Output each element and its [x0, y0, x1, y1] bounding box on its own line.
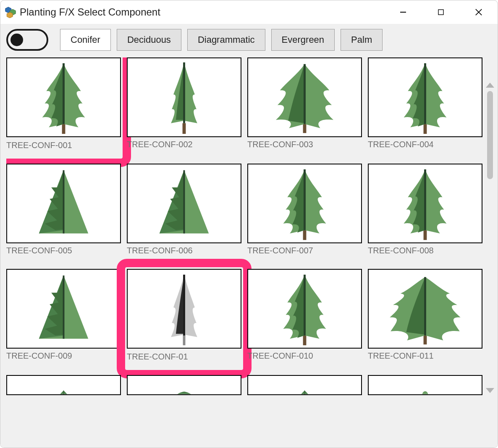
component-label: TREE-CONF-002	[127, 140, 241, 149]
component-thumb	[127, 164, 241, 243]
toolbar: Conifer Deciduous Diagrammatic Evergreen…	[0, 24, 498, 56]
component-item[interactable]: TREE-CONF-007	[247, 164, 362, 255]
component-thumb	[127, 269, 241, 349]
component-label: TREE-CONF-009	[6, 351, 121, 361]
component-label: TREE-CONF-006	[127, 246, 241, 255]
scroll-up-icon[interactable]	[486, 83, 494, 88]
component-label: TREE-CONF-010	[247, 351, 362, 361]
titlebar: Planting F/X Select Component	[0, 0, 498, 24]
component-thumb	[6, 375, 121, 395]
component-item[interactable]: TREE-CONF-008	[368, 164, 482, 255]
component-thumb	[127, 57, 241, 137]
component-grid-wrap: TREE-CONF-001 TREE-CONF-002 TREE-CONF-00…	[6, 57, 482, 439]
scroll-down-icon[interactable]	[486, 388, 494, 393]
tab-deciduous[interactable]: Deciduous	[117, 29, 181, 51]
component-label: TREE-CONF-001	[6, 141, 121, 150]
component-label: TREE-CONF-01	[127, 352, 241, 362]
toggle-knob	[10, 34, 23, 46]
component-thumb	[247, 269, 362, 349]
component-label: TREE-CONF-004	[368, 140, 482, 149]
component-item[interactable]: TREE-CONF-006	[127, 164, 241, 255]
component-item[interactable]: TREE-CONF-002	[127, 57, 241, 150]
component-item[interactable]	[6, 375, 121, 395]
component-item[interactable]	[368, 375, 482, 395]
component-label: TREE-CONF-008	[368, 246, 482, 255]
component-thumb	[6, 57, 121, 137]
tab-diagrammatic[interactable]: Diagrammatic	[187, 29, 265, 51]
window-close-button[interactable]	[460, 0, 498, 24]
component-thumb	[368, 269, 482, 349]
component-item[interactable]	[247, 375, 362, 395]
component-item[interactable]: TREE-CONF-010	[247, 269, 362, 362]
component-thumb	[368, 57, 482, 137]
component-thumb	[247, 57, 362, 137]
window-maximize-button[interactable]	[422, 0, 460, 24]
content-area: Conifer Deciduous Diagrammatic Evergreen…	[0, 24, 498, 448]
tab-palm[interactable]: Palm	[341, 29, 383, 51]
component-grid: TREE-CONF-001 TREE-CONF-002 TREE-CONF-00…	[6, 57, 482, 395]
scroll-thumb[interactable]	[487, 91, 493, 179]
component-thumb	[247, 164, 362, 243]
svg-marker-2	[7, 12, 13, 18]
component-item[interactable]: TREE-CONF-003	[247, 57, 362, 150]
window-title: Planting F/X Select Component	[20, 6, 160, 18]
component-label: TREE-CONF-011	[368, 351, 482, 361]
component-label: TREE-CONF-003	[247, 140, 362, 149]
component-thumb	[247, 375, 362, 395]
component-item[interactable]: TREE-CONF-004	[368, 57, 482, 150]
window-minimize-button[interactable]	[384, 0, 422, 24]
scrollbar[interactable]	[485, 83, 495, 393]
tab-evergreen[interactable]: Evergreen	[271, 29, 335, 51]
component-thumb	[127, 375, 241, 395]
component-thumb	[6, 269, 121, 349]
component-thumb	[368, 375, 482, 395]
component-thumb	[6, 164, 121, 243]
tab-conifer[interactable]: Conifer	[60, 29, 111, 51]
component-item[interactable]	[127, 375, 241, 395]
app-icon	[5, 6, 16, 18]
svg-rect-4	[438, 10, 443, 15]
component-thumb	[368, 164, 482, 243]
component-item[interactable]: TREE-CONF-005	[6, 164, 121, 255]
component-item[interactable]: TREE-CONF-001	[6, 57, 125, 161]
component-item[interactable]: TREE-CONF-011	[368, 269, 482, 362]
component-label: TREE-CONF-005	[6, 246, 121, 255]
component-item[interactable]: TREE-CONF-01	[123, 265, 246, 372]
dark-mode-toggle[interactable]	[6, 29, 48, 51]
component-label: TREE-CONF-007	[247, 246, 362, 255]
component-item[interactable]: TREE-CONF-009	[6, 269, 121, 362]
